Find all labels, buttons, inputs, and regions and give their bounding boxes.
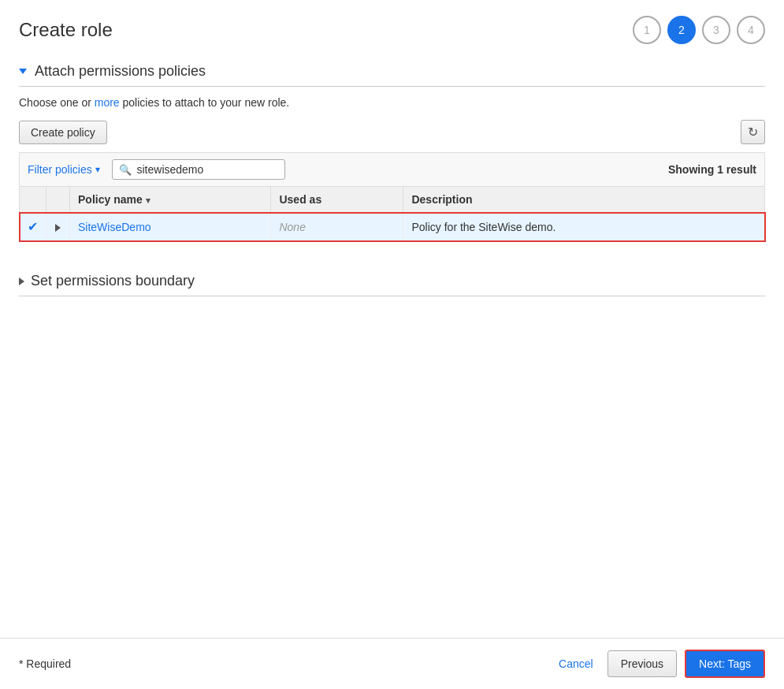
expand-row-icon: [55, 224, 61, 232]
used-as-value: None: [279, 221, 305, 233]
table-header-row: Policy name ▾ Used as Description: [20, 187, 765, 213]
row-used-as-cell: None: [271, 213, 403, 241]
page-container: Create role 1 2 3 4 Attach permissions p…: [0, 0, 784, 689]
filter-left: Filter policies ▾ 🔍: [28, 159, 285, 180]
policy-name-link[interactable]: SiteWiseDemo: [78, 221, 151, 233]
boundary-expand-icon[interactable]: [19, 277, 24, 285]
previous-button[interactable]: Previous: [608, 650, 677, 677]
refresh-icon: ↻: [748, 125, 758, 139]
policy-table: Policy name ▾ Used as Description ✔: [19, 186, 765, 241]
sort-icon[interactable]: ▾: [146, 196, 150, 205]
required-label: * Required: [19, 657, 71, 670]
row-checkbox-cell[interactable]: ✔: [20, 213, 46, 241]
section-collapse-icon[interactable]: [19, 69, 27, 74]
filter-row: Filter policies ▾ 🔍 Showing 1 result: [19, 152, 765, 186]
create-policy-button[interactable]: Create policy: [19, 121, 107, 144]
step-3: 3: [702, 16, 730, 44]
col-used-as: Used as: [271, 187, 403, 213]
step-2: 2: [667, 16, 696, 44]
next-button[interactable]: Next: Tags: [685, 650, 765, 678]
section-description: Choose one or more policies to attach to…: [19, 96, 765, 109]
col-policy-name: Policy name ▾: [70, 187, 271, 213]
more-link[interactable]: more: [95, 96, 120, 109]
toolbar: Create policy ↻: [19, 120, 765, 144]
boundary-title: Set permissions boundary: [31, 273, 195, 289]
boundary-section: Set permissions boundary: [19, 273, 765, 296]
search-icon: 🔍: [119, 164, 132, 176]
col-description: Description: [403, 187, 765, 213]
row-expand-cell[interactable]: [46, 213, 70, 241]
col-expand: [46, 187, 70, 213]
page-title: Create role: [19, 19, 113, 41]
result-count: Showing 1 result: [668, 163, 756, 176]
row-description-cell: Policy for the SiteWise demo.: [403, 213, 765, 241]
step-4: 4: [737, 16, 765, 44]
footer-actions: Cancel Previous Next: Tags: [552, 650, 765, 678]
main-content: Create role 1 2 3 4 Attach permissions p…: [0, 0, 784, 638]
step-1: 1: [633, 16, 661, 44]
footer: * Required Cancel Previous Next: Tags: [0, 638, 784, 689]
checkbox-checked-icon: ✔: [28, 220, 38, 233]
cancel-button[interactable]: Cancel: [552, 653, 600, 675]
stepper: 1 2 3 4: [633, 16, 765, 44]
description-value: Policy for the SiteWise demo.: [411, 221, 555, 233]
col-checkbox: [20, 187, 46, 213]
filter-policies-label[interactable]: Filter policies: [28, 163, 92, 176]
refresh-button[interactable]: ↻: [741, 120, 765, 144]
filter-chevron-icon: ▾: [95, 164, 100, 175]
search-input[interactable]: [136, 163, 278, 176]
table-row[interactable]: ✔ SiteWiseDemo None Policy for the SiteW…: [20, 213, 765, 241]
page-header: Create role 1 2 3 4: [19, 16, 765, 44]
row-policy-name-cell: SiteWiseDemo: [70, 213, 271, 241]
attach-permissions-header: Attach permissions policies: [19, 63, 765, 87]
attach-permissions-title: Attach permissions policies: [35, 63, 206, 80]
search-wrapper: 🔍: [112, 159, 285, 180]
